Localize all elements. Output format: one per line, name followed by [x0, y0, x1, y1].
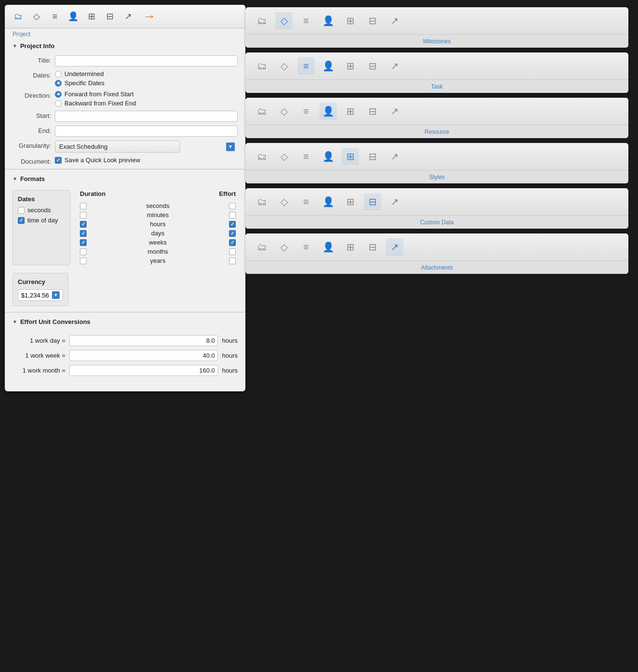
customdata-milestone-icon[interactable]: ◇ [275, 193, 293, 210]
dates-seconds-row[interactable]: seconds [18, 207, 65, 214]
workweek-input[interactable] [69, 350, 218, 361]
dates-specific[interactable]: Specific Dates [55, 79, 238, 87]
duration-days-checkbox[interactable] [80, 230, 87, 237]
effort-months-checkbox[interactable] [229, 248, 236, 255]
title-row: Title: The Game Plan [5, 53, 245, 68]
resource-styles-icon[interactable]: ⊞ [342, 103, 359, 120]
task-resource-icon[interactable]: 👤 [319, 57, 337, 75]
project-info-header[interactable]: ▼ Project Info [5, 39, 245, 53]
milestones-milestone-icon[interactable]: ◇ [275, 12, 293, 29]
milestones-resource-icon[interactable]: 👤 [319, 12, 337, 29]
effort-seconds-checkbox[interactable] [229, 203, 236, 209]
toolbar-task[interactable]: ≡ [47, 9, 63, 24]
effort-minutes-checkbox[interactable] [229, 212, 236, 219]
milestones-customdata-icon[interactable]: ⊟ [364, 12, 381, 29]
project-icon[interactable]: 🗂 [11, 9, 26, 24]
customdata-task-icon[interactable]: ≡ [297, 193, 315, 210]
customdata-customdata-icon[interactable]: ⊟ [364, 193, 381, 210]
styles-project-icon[interactable]: 🗂 [253, 148, 270, 165]
effort-weeks-checkbox[interactable] [229, 239, 236, 246]
duration-weeks-checkbox[interactable] [80, 239, 87, 246]
customdata-styles-icon[interactable]: ⊞ [342, 193, 359, 210]
styles-resource-icon[interactable]: 👤 [319, 148, 337, 165]
task-project-icon[interactable]: 🗂 [253, 57, 270, 75]
customdata-project-icon[interactable]: 🗂 [253, 193, 270, 210]
customdata-resource-icon[interactable]: 👤 [319, 193, 337, 210]
currency-dropdown-btn[interactable]: ▼ [52, 291, 60, 299]
start-input[interactable]: 3/23/15, 8:00 AM [55, 111, 238, 122]
attachments-attachments-icon[interactable]: ↗ [386, 238, 403, 256]
task-customdata-icon[interactable]: ⊟ [364, 57, 381, 75]
styles-styles-icon[interactable]: ⊞ [342, 148, 359, 165]
dates-undetermined[interactable]: Undetermined [55, 70, 238, 78]
workmonth-input[interactable] [69, 365, 218, 376]
customdata-attachments-icon[interactable]: ↗ [386, 193, 403, 210]
resource-customdata-icon[interactable]: ⊟ [364, 103, 381, 120]
duration-years-checkbox[interactable] [80, 258, 87, 264]
dates-undetermined-radio[interactable] [55, 71, 62, 78]
resource-resource-icon[interactable]: 👤 [319, 103, 337, 120]
duration-months-checkbox[interactable] [80, 248, 87, 255]
task-task-icon[interactable]: ≡ [297, 57, 315, 75]
currency-dropdown[interactable]: $1,234.56 ▼ [18, 289, 63, 301]
attachments-customdata-icon[interactable]: ⊟ [364, 238, 381, 256]
direction-forward[interactable]: Forward from Fixed Start [55, 90, 238, 98]
milestones-styles-icon[interactable]: ⊞ [342, 12, 359, 29]
attachments-styles-icon[interactable]: ⊞ [342, 238, 359, 256]
dates-specific-radio[interactable] [55, 80, 62, 87]
toolbar-milestone[interactable]: ◇ [29, 9, 44, 24]
dates-timeofday-checkbox[interactable] [18, 217, 25, 224]
styles-task-icon[interactable]: ≡ [297, 148, 315, 165]
effort-years-checkbox[interactable] [229, 258, 236, 264]
end-label: End: [13, 126, 51, 134]
conversions-header[interactable]: ▼ Effort Unit Conversions [5, 314, 245, 329]
attachments-project-icon[interactable]: 🗂 [253, 238, 270, 256]
toolbar-attachments[interactable]: ↗ [120, 9, 136, 24]
styles-customdata-icon[interactable]: ⊟ [364, 148, 381, 165]
formats-header[interactable]: ▼ Formats [5, 171, 245, 186]
attachments-resource-icon[interactable]: 👤 [319, 238, 337, 256]
duration-hours-checkbox[interactable] [80, 221, 87, 228]
attachments-icon[interactable]: ↗ [120, 9, 136, 24]
toolbar-styles[interactable]: ⊞ [84, 9, 99, 24]
dates-seconds-checkbox[interactable] [18, 207, 25, 214]
workday-input[interactable] [69, 335, 218, 346]
toolbar-project[interactable]: 🗂 [11, 9, 26, 24]
styles-icon[interactable]: ⊞ [84, 9, 99, 24]
direction-backward[interactable]: Backward from Fixed End [55, 100, 238, 107]
task-icon[interactable]: ≡ [47, 9, 63, 24]
milestones-project-icon[interactable]: 🗂 [253, 12, 270, 29]
task-attachments-icon[interactable]: ↗ [386, 57, 403, 75]
dates-timeofday-row[interactable]: time of day [18, 217, 65, 224]
custom-data-icon[interactable]: ⊟ [102, 9, 117, 24]
resource-milestone-icon[interactable]: ◇ [275, 103, 293, 120]
toolbar-resource[interactable]: 👤 [65, 9, 81, 24]
resource-project-icon[interactable]: 🗂 [253, 103, 270, 120]
duration-minutes-checkbox[interactable] [80, 212, 87, 219]
styles-milestone-icon[interactable]: ◇ [275, 148, 293, 165]
resource-task-icon[interactable]: ≡ [297, 103, 315, 120]
resource-attachments-icon[interactable]: ↗ [386, 103, 403, 120]
card-milestones: 🗂 ◇ ≡ 👤 ⊞ ⊟ ↗ Milestones [245, 7, 628, 48]
task-styles-icon[interactable]: ⊞ [342, 57, 359, 75]
milestone-icon[interactable]: ◇ [29, 9, 44, 24]
attachments-task-icon[interactable]: ≡ [297, 238, 315, 256]
attachments-milestone-icon[interactable]: ◇ [275, 238, 293, 256]
styles-attachments-icon[interactable]: ↗ [386, 148, 403, 165]
document-checkbox[interactable] [55, 157, 62, 164]
direction-backward-radio[interactable] [55, 100, 62, 107]
title-input[interactable]: The Game Plan [55, 55, 238, 66]
resource-icon[interactable]: 👤 [65, 9, 81, 24]
task-milestone-icon[interactable]: ◇ [275, 57, 293, 75]
document-checkbox-row[interactable]: Save a Quick Look preview [55, 156, 238, 164]
milestones-task-icon[interactable]: ≡ [297, 12, 315, 29]
direction-forward-radio[interactable] [55, 91, 62, 98]
effort-days-checkbox[interactable] [229, 230, 236, 237]
granularity-select[interactable]: Exact Scheduling [55, 141, 180, 153]
duration-seconds-checkbox[interactable] [80, 203, 87, 209]
effort-hours-checkbox[interactable] [229, 221, 236, 228]
milestones-attachments-icon[interactable]: ↗ [386, 12, 403, 29]
toolbar-custom-data[interactable]: ⊟ [102, 9, 117, 24]
customdata-toolbar: 🗂 ◇ ≡ 👤 ⊞ ⊟ ↗ [245, 188, 628, 216]
end-input[interactable]: 5/4/15, 6:24 PM [55, 126, 238, 137]
